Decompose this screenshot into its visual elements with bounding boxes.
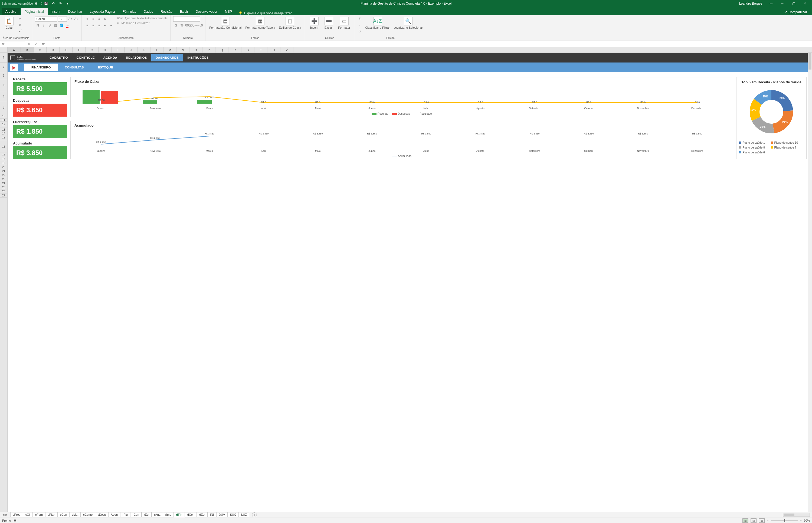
wrap-text-icon: ab↵: [117, 16, 123, 20]
tab-review[interactable]: Revisão: [157, 8, 176, 15]
align-left-icon[interactable]: ≡: [85, 23, 90, 28]
percent-icon[interactable]: %: [179, 23, 184, 28]
column-header[interactable]: E: [59, 47, 73, 53]
decrease-decimal-icon[interactable]: ←.0: [197, 23, 202, 28]
column-header[interactable]: L: [151, 47, 163, 53]
wrap-text-button[interactable]: ab↵ Quebrar Texto Automaticamente: [117, 16, 167, 20]
column-header[interactable]: K: [138, 47, 151, 53]
fx-icon[interactable]: fx: [41, 42, 46, 46]
maximize-icon[interactable]: ▢: [788, 0, 799, 7]
autosum-icon[interactable]: Σ: [357, 16, 363, 22]
copy-icon[interactable]: ⧉: [17, 22, 23, 28]
clear-icon[interactable]: ◇: [357, 28, 363, 34]
tab-insert[interactable]: Inserir: [48, 8, 64, 15]
align-middle-icon[interactable]: ≡: [90, 16, 96, 22]
tab-developer[interactable]: Desenvolvedor: [192, 8, 221, 15]
autosave-toggle[interactable]: Salvamento Automático: [2, 2, 42, 5]
ribbon-display-icon[interactable]: ▭: [765, 0, 776, 7]
column-header[interactable]: A: [7, 47, 21, 53]
borders-icon[interactable]: ▦: [53, 23, 58, 28]
ribbon: 📋 Colar ✂ ⧉ 🖌 Área de Transferência Cali…: [0, 15, 812, 41]
tab-formulas[interactable]: Fórmulas: [119, 8, 140, 15]
delete-icon: ➖: [324, 17, 333, 25]
number-format-dropdown[interactable]: [173, 16, 200, 22]
align-top-icon[interactable]: ⬆: [85, 16, 90, 22]
select-all-corner[interactable]: [0, 47, 7, 53]
column-header[interactable]: C: [34, 47, 47, 53]
user-name[interactable]: Leandro Borges: [739, 2, 762, 5]
find-select-button[interactable]: 🔍Localizar e Selecionar: [392, 16, 424, 30]
column-header[interactable]: R: [228, 47, 242, 53]
fill-color-icon[interactable]: 🪣: [59, 23, 64, 28]
column-header[interactable]: Q: [215, 47, 228, 53]
cut-icon[interactable]: ✂: [17, 16, 23, 22]
column-header[interactable]: V: [280, 47, 294, 53]
column-header[interactable]: G: [86, 47, 99, 53]
column-header[interactable]: T: [254, 47, 267, 53]
sort-filter-button[interactable]: A↓ZClassificar e Filtrar: [364, 16, 391, 30]
redo-icon[interactable]: ↷: [57, 1, 63, 6]
qat-customize-icon[interactable]: ▾: [65, 1, 70, 6]
cell-styles-button[interactable]: ◫Estilos de Célula: [278, 16, 302, 30]
tab-draw[interactable]: Desenhar: [64, 8, 86, 15]
file-tab[interactable]: Arquivo: [2, 8, 20, 15]
formula-input[interactable]: [46, 41, 812, 47]
column-header[interactable]: I: [111, 47, 124, 53]
column-header[interactable]: D: [47, 47, 59, 53]
font-color-icon[interactable]: A: [65, 23, 70, 28]
column-header[interactable]: O: [190, 47, 202, 53]
tab-data[interactable]: Dados: [140, 8, 157, 15]
format-as-table-button[interactable]: ▦Formatar como Tabela: [244, 16, 276, 30]
paste-button[interactable]: 📋 Colar: [3, 16, 16, 30]
enter-formula-icon[interactable]: ✓: [34, 42, 39, 46]
format-cells-button[interactable]: ▭Formatar: [337, 16, 351, 30]
italic-icon[interactable]: I: [41, 23, 46, 28]
column-header[interactable]: U: [267, 47, 280, 53]
delete-cells-button[interactable]: ➖Excluir: [322, 16, 335, 30]
conditional-formatting-button[interactable]: ▤Formatação Condicional: [208, 16, 243, 30]
column-header[interactable]: S: [242, 47, 254, 53]
format-icon: ▭: [340, 17, 349, 25]
cell-styles-icon: ◫: [285, 17, 294, 25]
tab-view[interactable]: Exibir: [176, 8, 192, 15]
insert-cells-button[interactable]: ➕Inserir: [308, 16, 321, 30]
increase-indent-icon[interactable]: ⇥: [108, 23, 114, 28]
increase-decimal-icon[interactable]: .00→: [191, 23, 196, 28]
orientation-icon[interactable]: ↻: [102, 16, 108, 22]
save-icon[interactable]: 💾: [43, 1, 49, 6]
column-header[interactable]: P: [202, 47, 215, 53]
column-header[interactable]: B: [21, 47, 34, 53]
tab-msp[interactable]: MSP: [221, 8, 236, 15]
sort-icon: A↓Z: [373, 17, 382, 25]
column-header[interactable]: M: [163, 47, 176, 53]
name-box[interactable]: A1: [0, 41, 25, 47]
font-size-dropdown[interactable]: 12: [58, 16, 67, 22]
tell-me-search[interactable]: 💡 Diga-me o que você deseja fazer: [239, 11, 292, 15]
column-header[interactable]: J: [124, 47, 138, 53]
column-header[interactable]: F: [73, 47, 86, 53]
fill-icon[interactable]: ↓: [357, 22, 363, 28]
undo-icon[interactable]: ↶: [50, 1, 56, 6]
clipboard-icon: 📋: [5, 17, 14, 25]
column-header[interactable]: N: [176, 47, 190, 53]
increase-font-icon[interactable]: A↑: [67, 16, 73, 22]
align-center-icon[interactable]: ≡: [90, 23, 96, 28]
decrease-indent-icon[interactable]: ⇤: [102, 23, 108, 28]
cancel-formula-icon[interactable]: ✕: [27, 42, 32, 46]
close-icon[interactable]: ✕: [799, 0, 810, 7]
font-name-dropdown[interactable]: Calibri: [35, 16, 57, 22]
column-header[interactable]: H: [99, 47, 111, 53]
currency-icon[interactable]: $: [173, 23, 179, 28]
format-painter-icon[interactable]: 🖌: [17, 28, 23, 34]
merge-center-button[interactable]: ⬌ Mesclar e Centralizar: [117, 21, 167, 25]
bold-icon[interactable]: N: [35, 23, 40, 28]
align-right-icon[interactable]: ≡: [96, 23, 102, 28]
decrease-font-icon[interactable]: A↓: [73, 16, 79, 22]
share-button[interactable]: ↗ Compartilhar: [782, 9, 809, 15]
underline-icon[interactable]: S: [47, 23, 52, 28]
table-icon: ▦: [256, 17, 264, 25]
minimize-icon[interactable]: ─: [777, 0, 788, 7]
align-bottom-icon[interactable]: ⬇: [96, 16, 102, 22]
tab-page-layout[interactable]: Layout da Página: [86, 8, 119, 15]
tab-home[interactable]: Página Inicial: [21, 8, 48, 15]
